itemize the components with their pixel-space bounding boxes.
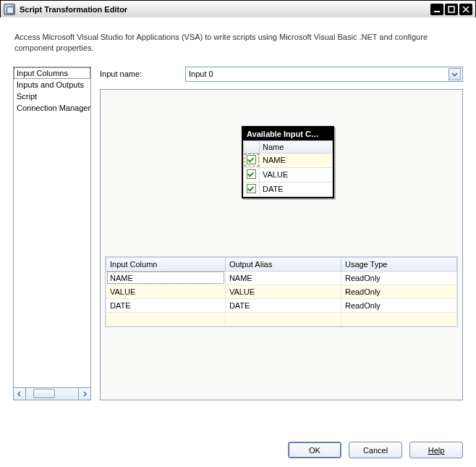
window-title: Script Transformation Editor <box>20 5 430 14</box>
checkbox-checked-icon[interactable] <box>247 169 256 179</box>
scroll-left-icon[interactable] <box>14 388 26 400</box>
input-name-value: Input 0 <box>189 70 449 78</box>
grid-row-empty[interactable] <box>106 312 457 326</box>
name-column-header[interactable]: Name <box>260 140 333 153</box>
nav-item[interactable]: Input Columns <box>14 67 90 79</box>
checkbox-cell[interactable] <box>244 167 260 182</box>
available-column-row[interactable]: VALUE <box>244 167 333 182</box>
selected-columns-grid[interactable]: Input Column Output Alias Usage Type NAM… <box>105 256 458 327</box>
app-icon <box>4 4 15 15</box>
help-button-label: Help <box>428 446 445 455</box>
title-bar: Script Transformation Editor <box>1 1 475 18</box>
grid-row[interactable]: DATEDATEReadOnly <box>106 298 457 312</box>
scroll-thumb[interactable] <box>33 389 55 398</box>
column-name-cell[interactable]: DATE <box>260 182 333 196</box>
checkbox-cell[interactable] <box>244 153 260 167</box>
checkbox-checked-icon[interactable] <box>247 184 256 193</box>
minimize-button[interactable] <box>430 4 443 15</box>
available-columns-header: Available Input C… <box>243 127 333 140</box>
ok-button[interactable]: OK <box>288 442 341 458</box>
nav-horizontal-scrollbar[interactable] <box>13 388 91 400</box>
grid-cell[interactable]: VALUE <box>225 285 341 298</box>
description-text: Access Microsoft Visual Studio for Appli… <box>14 32 463 54</box>
maximize-button[interactable] <box>445 4 458 15</box>
checkbox-cell[interactable] <box>244 182 260 196</box>
svg-rect-0 <box>434 11 440 12</box>
chevron-down-icon[interactable] <box>449 68 461 80</box>
svg-rect-1 <box>449 7 454 12</box>
window-buttons <box>430 4 472 15</box>
grid-cell[interactable] <box>106 312 226 326</box>
close-button[interactable] <box>459 4 472 15</box>
available-column-row[interactable]: NAME <box>244 153 333 167</box>
config-panel: Available Input C… Name NAMEVALUEDATE <box>100 89 463 400</box>
grid-cell[interactable]: NAME <box>106 271 226 285</box>
grid-cell[interactable]: NAME <box>225 271 341 285</box>
column-name-cell[interactable]: NAME <box>260 153 333 167</box>
nav-item[interactable]: Script <box>14 91 90 102</box>
grid-cell[interactable]: ReadOnly <box>341 271 456 285</box>
side-nav: Input ColumnsInputs and OutputsScriptCon… <box>13 67 91 400</box>
nav-item[interactable]: Connection Managers <box>14 102 90 114</box>
grid-cell[interactable]: ReadOnly <box>341 298 456 312</box>
grid-cell[interactable]: DATE <box>225 298 341 312</box>
available-input-columns-box: Available Input C… Name NAMEVALUEDATE <box>242 126 334 198</box>
grid-cell[interactable]: ReadOnly <box>341 285 456 298</box>
grid-cell[interactable]: VALUE <box>106 285 226 298</box>
cancel-button[interactable]: Cancel <box>349 442 402 458</box>
available-column-row[interactable]: DATE <box>244 182 333 196</box>
scroll-track[interactable] <box>26 388 78 400</box>
grid-cell[interactable] <box>225 312 341 326</box>
nav-list[interactable]: Input ColumnsInputs and OutputsScriptCon… <box>13 67 91 388</box>
checkbox-checked-icon[interactable] <box>247 155 256 164</box>
input-name-combo[interactable]: Input 0 <box>185 67 463 82</box>
column-name-cell[interactable]: VALUE <box>260 167 333 182</box>
grid-row[interactable]: NAMENAMEReadOnly <box>106 271 457 285</box>
client-area: Access Microsoft Visual Studio for Appli… <box>0 17 476 467</box>
grid-cell[interactable] <box>341 312 456 326</box>
nav-item[interactable]: Inputs and Outputs <box>14 79 90 91</box>
grid-row[interactable]: VALUEVALUEReadOnly <box>106 285 457 298</box>
col-header-output-alias[interactable]: Output Alias <box>225 257 341 271</box>
available-columns-table[interactable]: Name NAMEVALUEDATE <box>243 140 333 197</box>
input-name-label: Input name: <box>100 70 175 78</box>
scroll-right-icon[interactable] <box>78 388 90 400</box>
col-header-usage-type[interactable]: Usage Type <box>341 257 456 271</box>
checkbox-header[interactable] <box>244 140 260 153</box>
grid-cell[interactable]: DATE <box>106 298 226 312</box>
dialog-buttons: OK Cancel Help <box>288 442 463 458</box>
help-button[interactable]: Help <box>409 442 463 458</box>
col-header-input-column[interactable]: Input Column <box>106 257 226 271</box>
